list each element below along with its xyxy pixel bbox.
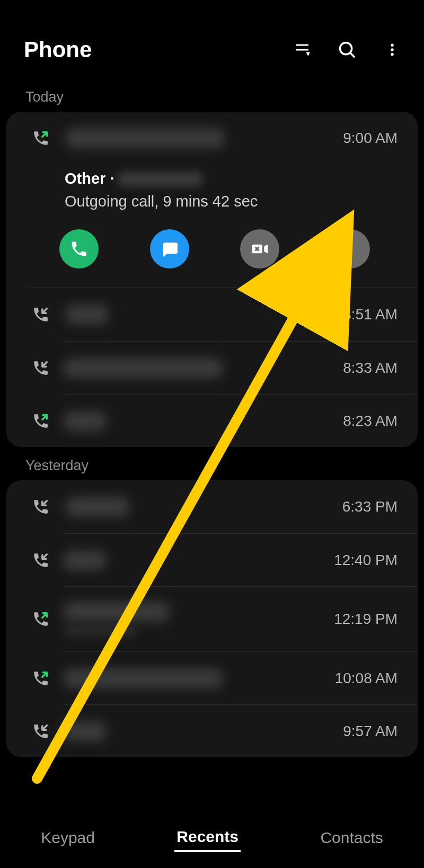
call-row-expanded[interactable]: 9:00 AM — [6, 112, 418, 165]
svg-rect-13 — [349, 247, 351, 254]
call-duration-label: Outgoing call, 9 mins 42 sec — [65, 193, 394, 210]
call-row[interactable]: 10:08 AM — [64, 651, 418, 704]
search-icon[interactable] — [337, 39, 358, 60]
phone-number-redacted — [118, 172, 203, 186]
incoming-call-icon — [32, 551, 50, 569]
call-contact-name — [66, 128, 337, 148]
call-contact-name — [66, 497, 336, 517]
call-time: 8:33 AM — [343, 360, 398, 377]
call-time: 9:00 AM — [343, 130, 398, 147]
info-button[interactable] — [331, 229, 370, 269]
call-contact-name — [64, 602, 328, 637]
more-options-icon[interactable] — [382, 39, 403, 60]
call-action-row — [6, 213, 418, 288]
app-header: Phone — [0, 0, 424, 78]
call-expanded-detail: Other · Outgoing call, 9 mins 42 sec — [6, 165, 418, 213]
call-time: 12:40 PM — [334, 552, 398, 569]
svg-point-12 — [349, 244, 352, 247]
call-time: 10:08 AM — [335, 670, 398, 687]
call-button[interactable] — [59, 229, 99, 269]
svg-point-7 — [391, 53, 394, 56]
call-row[interactable]: 6:33 PM — [6, 480, 418, 533]
message-button[interactable] — [150, 229, 189, 269]
call-contact-name — [64, 721, 337, 741]
incoming-call-icon — [32, 359, 50, 377]
call-row[interactable]: 8:51 AM — [6, 288, 418, 341]
svg-point-5 — [391, 44, 394, 47]
call-row[interactable]: 12:19 PM — [64, 586, 418, 651]
call-contact-name — [64, 358, 337, 378]
tab-recents[interactable]: Recents — [174, 824, 241, 852]
filter-icon[interactable] — [292, 39, 313, 60]
call-contact-name — [64, 550, 328, 570]
call-time: 9:57 AM — [343, 723, 398, 740]
bottom-nav: Keypad Recents Contacts — [0, 814, 424, 868]
outgoing-call-icon — [32, 412, 50, 430]
svg-marker-9 — [264, 245, 268, 254]
incoming-call-icon — [32, 722, 50, 740]
call-row[interactable]: 12:40 PM — [64, 533, 418, 586]
section-label-yesterday: Yesterday — [0, 447, 424, 480]
app-title: Phone — [24, 37, 292, 62]
tab-contacts[interactable]: Contacts — [318, 825, 385, 851]
svg-point-3 — [340, 43, 352, 55]
number-type-label: Other · — [65, 170, 114, 187]
svg-point-6 — [391, 48, 394, 51]
call-row[interactable]: 9:57 AM — [64, 704, 418, 757]
call-time: 8:23 AM — [343, 413, 398, 429]
today-card: 9:00 AM Other · Outgoing call, 9 mins 42… — [6, 112, 418, 447]
outgoing-call-icon — [32, 129, 50, 147]
tab-keypad[interactable]: Keypad — [39, 825, 97, 851]
section-label-today: Today — [0, 78, 424, 112]
call-contact-name — [66, 305, 337, 325]
video-call-button[interactable] — [240, 229, 279, 269]
call-time: 8:51 AM — [343, 306, 398, 323]
outgoing-call-icon — [32, 610, 50, 628]
call-row[interactable]: 8:33 AM — [64, 341, 418, 394]
svg-line-4 — [350, 53, 355, 58]
svg-marker-2 — [306, 52, 311, 57]
call-time: 6:33 PM — [342, 498, 398, 515]
incoming-call-icon — [32, 498, 50, 516]
outgoing-call-icon — [32, 669, 50, 687]
call-time: 12:19 PM — [334, 611, 398, 628]
header-actions — [292, 39, 403, 60]
yesterday-card: 6:33 PM 12:40 PM 12:19 PM 10:08 AM 9:57 … — [6, 480, 418, 757]
call-row[interactable]: 8:23 AM — [64, 394, 418, 447]
call-contact-name — [64, 668, 329, 688]
incoming-call-icon — [32, 306, 50, 324]
call-contact-name — [64, 411, 337, 431]
